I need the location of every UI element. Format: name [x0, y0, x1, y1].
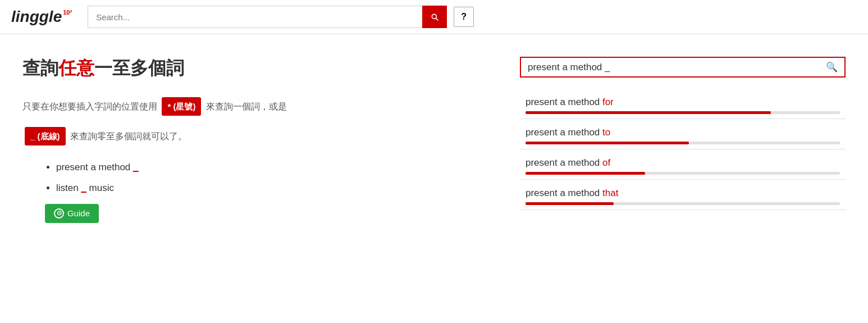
- description-line2: _ (底線) 來查詢零至多個詞就可以了。: [22, 127, 497, 145]
- badge-star: * (星號): [162, 97, 201, 116]
- page-title: 查詢任意一至多個詞: [22, 57, 497, 80]
- guide-button-label: Guide: [67, 208, 90, 218]
- right-search-icon: 🔍: [826, 61, 838, 73]
- suggestion-text: present a method that: [526, 188, 840, 199]
- header: linggle 10² ?: [0, 0, 868, 34]
- frequency-bar-bg: [526, 142, 840, 144]
- guide-button[interactable]: ⊙ Guide: [45, 204, 99, 223]
- suggestion-item[interactable]: present a method of: [520, 149, 846, 180]
- title-prefix: 查詢: [22, 58, 58, 78]
- underscore2: _: [81, 183, 86, 193]
- title-highlight: 任意: [58, 58, 94, 78]
- description-line1: 只要在你想要插入字詞的位置使用 * (星號) 來查詢一個詞，或是: [22, 97, 497, 116]
- header-search-wrap: [88, 6, 447, 28]
- search-icon: [430, 12, 439, 21]
- example2-text: listen _ music: [56, 183, 114, 193]
- suggestion-item[interactable]: present a method for: [520, 89, 846, 119]
- suggestion-keyword: of: [602, 157, 610, 168]
- help-button[interactable]: ?: [454, 7, 474, 27]
- suggestion-text: present a method to: [526, 127, 840, 138]
- frequency-bar-bg: [526, 111, 840, 114]
- title-suffix: 一至多個詞: [94, 58, 184, 78]
- main-content: 查詢任意一至多個詞 只要在你想要插入字詞的位置使用 * (星號) 來查詢一個詞，…: [0, 34, 868, 234]
- desc-part2: 來查詢一個詞，或是: [206, 102, 287, 111]
- desc-part3: 來查詢零至多個詞就可以了。: [70, 131, 187, 141]
- suggestion-item[interactable]: present a method that: [520, 180, 846, 210]
- suggestion-text: present a method of: [526, 157, 840, 169]
- badge-underscore: _ (底線): [25, 127, 66, 145]
- list-item-guide: ⊙ Guide: [56, 202, 497, 223]
- list-item: present a method _: [56, 157, 497, 178]
- logo-text: linggle: [11, 9, 62, 25]
- example1-text: present a method _: [56, 162, 139, 172]
- suggestion-item[interactable]: present a method to: [520, 119, 846, 149]
- logo-sup: 10²: [63, 9, 72, 16]
- suggestion-base: present a method: [526, 188, 602, 198]
- frequency-bar-bg: [526, 202, 840, 205]
- examples-list: present a method _ listen _ music ⊙ Guid…: [56, 157, 497, 223]
- left-panel: 查詢任意一至多個詞 只要在你想要插入字詞的位置使用 * (星號) 來查詢一個詞，…: [22, 57, 497, 223]
- suggestions-list: present a method forpresent a method top…: [520, 89, 846, 210]
- right-search-input[interactable]: [528, 62, 826, 73]
- guide-icon: ⊙: [54, 208, 64, 219]
- desc-part1: 只要在你想要插入字詞的位置使用: [22, 102, 157, 111]
- suggestion-text: present a method for: [526, 97, 840, 108]
- suggestion-base: present a method: [526, 157, 602, 168]
- frequency-bar-fill: [526, 172, 645, 175]
- right-search-box: 🔍: [520, 57, 846, 78]
- right-panel: 🔍 present a method forpresent a method t…: [520, 57, 846, 223]
- suggestion-keyword: that: [602, 188, 618, 198]
- suggestion-base: present a method: [526, 127, 602, 138]
- logo: linggle 10²: [11, 9, 72, 25]
- frequency-bar-fill: [526, 142, 689, 144]
- frequency-bar-fill: [526, 202, 614, 205]
- list-item: listen _ music: [56, 178, 497, 198]
- underscore1: _: [133, 162, 138, 172]
- suggestion-keyword: to: [602, 127, 610, 138]
- frequency-bar-fill: [526, 111, 771, 114]
- frequency-bar-bg: [526, 172, 840, 175]
- header-search-input[interactable]: [88, 6, 422, 28]
- suggestion-keyword: for: [602, 97, 614, 107]
- suggestion-base: present a method: [526, 97, 602, 107]
- header-search-button[interactable]: [422, 6, 447, 28]
